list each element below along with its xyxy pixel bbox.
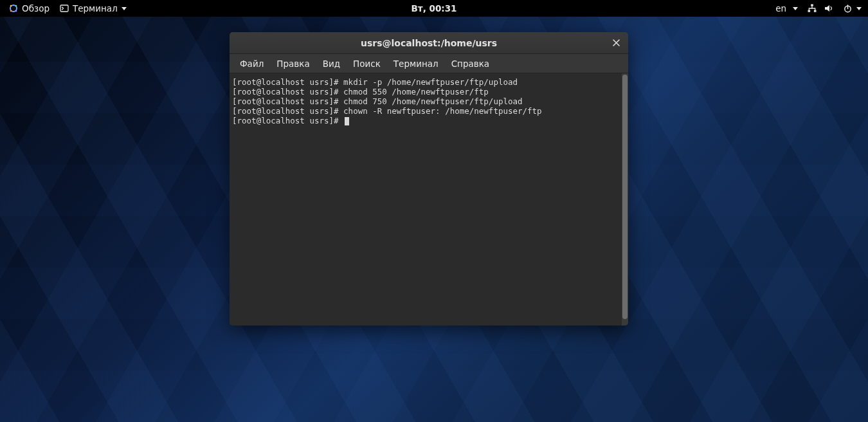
menu-terminal[interactable]: Терминал	[387, 56, 445, 71]
terminal-line: [root@localhost usrs]# chmod 750 /home/n…	[232, 96, 523, 106]
svg-point-3	[10, 10, 12, 12]
terminal-body[interactable]: [root@localhost usrs]# mkdir -p /home/ne…	[230, 73, 628, 326]
terminal-scrollbar[interactable]	[622, 73, 628, 326]
window-title: usrs@localhost:/home/usrs	[361, 38, 497, 48]
svg-rect-6	[811, 5, 813, 6]
system-menu-button[interactable]	[840, 0, 864, 17]
svg-rect-7	[808, 10, 811, 12]
close-icon	[613, 39, 620, 46]
top-panel: Обзор Терминал Вт, 00:31 en	[0, 0, 868, 17]
clock-label: Вт, 00:31	[411, 3, 457, 14]
terminal-line: [root@localhost usrs]# mkdir -p /home/ne…	[232, 77, 518, 87]
svg-point-2	[15, 5, 17, 7]
terminal-line: [root@localhost usrs]# chown -R newftpus…	[232, 106, 542, 116]
terminal-cursor	[345, 117, 349, 125]
clock-button[interactable]: Вт, 00:31	[411, 3, 457, 14]
menu-help[interactable]: Справка	[445, 56, 496, 71]
network-icon[interactable]	[807, 3, 817, 14]
chevron-down-icon	[856, 7, 862, 10]
terminal-window: usrs@localhost:/home/usrs Файл Правка Ви…	[230, 32, 628, 326]
svg-point-1	[10, 5, 12, 7]
chevron-down-icon	[122, 7, 127, 10]
power-icon	[843, 4, 853, 14]
chevron-down-icon	[793, 7, 798, 10]
scrollbar-thumb[interactable]	[622, 75, 628, 319]
volume-icon[interactable]	[824, 3, 834, 14]
menu-search[interactable]: Поиск	[347, 56, 387, 71]
window-close-button[interactable]	[610, 37, 622, 49]
terminal-line: [root@localhost usrs]# chmod 550 /home/n…	[232, 87, 489, 96]
keyboard-layout-indicator[interactable]: en	[773, 0, 800, 17]
menu-edit[interactable]: Правка	[270, 56, 316, 71]
terminal-prompt: [root@localhost usrs]#	[232, 116, 343, 125]
terminal-output[interactable]: [root@localhost usrs]# mkdir -p /home/ne…	[230, 73, 622, 326]
app-menu-label: Терминал	[73, 3, 118, 14]
svg-point-4	[15, 10, 17, 12]
window-titlebar[interactable]: usrs@localhost:/home/usrs	[230, 32, 628, 54]
activities-label: Обзор	[22, 3, 50, 14]
activities-button[interactable]: Обзор	[4, 0, 55, 17]
menu-file[interactable]: Файл	[233, 56, 270, 71]
svg-rect-5	[60, 5, 68, 12]
menu-view[interactable]: Вид	[316, 56, 347, 71]
activities-icon	[9, 4, 18, 13]
terminal-menubar: Файл Правка Вид Поиск Терминал Справка	[230, 54, 628, 73]
app-menu-button[interactable]: Терминал	[55, 0, 132, 17]
svg-rect-8	[814, 10, 817, 12]
terminal-app-icon	[60, 4, 69, 13]
keyboard-layout-label: en	[775, 3, 786, 14]
